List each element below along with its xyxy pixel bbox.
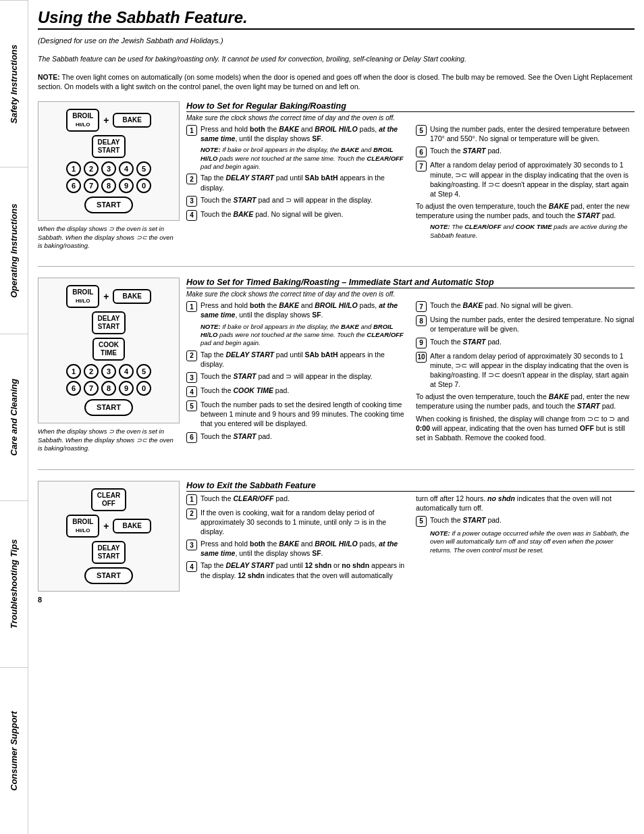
step2-2: 2 Tap the DELAY START pad until SAb bAtH… bbox=[186, 350, 405, 369]
section2-block: BROILHI/LO + BAKE DELAYSTART COOKTIME 1 … bbox=[38, 278, 635, 452]
section2-subtitle: Make sure the clock shows the correct ti… bbox=[186, 290, 635, 298]
section1-content: How to Set for Regular Baking/Roasting M… bbox=[186, 101, 635, 250]
step2-1: 1 Press and hold both the BAKE and BROIL… bbox=[186, 301, 405, 319]
step2-10: 10 After a random delay period of approx… bbox=[416, 351, 635, 390]
delay-start-btn-3: DELAYSTART bbox=[92, 541, 126, 564]
sidebar: Safety Instructions Operating Instructio… bbox=[0, 0, 28, 834]
clear-off-btn: CLEAROFF bbox=[91, 488, 126, 511]
oven-diagram-2: BROILHI/LO + BAKE DELAYSTART COOKTIME 1 … bbox=[38, 278, 180, 423]
sidebar-item-troubleshooting: Troubleshooting Tips bbox=[0, 500, 28, 667]
sidebar-item-consumer: Consumer Support bbox=[0, 667, 28, 834]
bake-btn-1: BAKE bbox=[113, 113, 151, 128]
bake-btn-2: BAKE bbox=[113, 289, 151, 304]
step1-1: 1 Press and hold both the BAKE and BROIL… bbox=[186, 124, 405, 143]
diagram2-caption: When the display shows ⊃ the oven is set… bbox=[38, 427, 180, 452]
page-subtitle: (Designed for use on the Jewish Sabbath … bbox=[38, 36, 635, 45]
section3-title: How to Exit the Sabbath Feature bbox=[186, 481, 635, 492]
step2-5: 5 Touch the number pads to set the desir… bbox=[186, 400, 405, 429]
section1-adjust: To adjust the oven temperature, touch th… bbox=[416, 201, 635, 220]
delay-start-btn-1: DELAYSTART bbox=[92, 135, 126, 158]
oven-diagram-1: BROILHI/LO + BAKE DELAYSTART 1 2 3 4 bbox=[38, 101, 180, 221]
diagram2-col: BROILHI/LO + BAKE DELAYSTART COOKTIME 1 … bbox=[38, 278, 180, 452]
page-number: 8 bbox=[38, 596, 180, 604]
oven-diagram-3: CLEAROFF BROILHI/LO + BAKE DELAYSTART ST… bbox=[38, 481, 180, 592]
section3-block: CLEAROFF BROILHI/LO + BAKE DELAYSTART ST… bbox=[38, 481, 635, 604]
section2-finish: When cooking is finished, the display wi… bbox=[416, 414, 635, 443]
step2-8: 8 Using the number pads, enter the desir… bbox=[416, 315, 635, 334]
section2-adjust: To adjust the oven temperature, touch th… bbox=[416, 392, 635, 411]
step1-6: 6 Touch the START pad. bbox=[416, 146, 635, 157]
step1-7: 7 After a random delay period of approxi… bbox=[416, 160, 635, 199]
step1-5: 5 Using the number pads, enter the desir… bbox=[416, 124, 635, 143]
step3-5: 5 Touch the START pad. bbox=[416, 515, 635, 527]
step2-9: 9 Touch the START pad. bbox=[416, 337, 635, 348]
diagram1-caption: When the display shows ⊃ the oven is set… bbox=[38, 225, 180, 250]
start-btn-3: START bbox=[84, 567, 133, 584]
section3-right-text: turn off after 12 hours. no shdn indicat… bbox=[416, 494, 635, 513]
sidebar-item-safety: Safety Instructions bbox=[0, 0, 28, 167]
delay-start-btn-2: DELAYSTART bbox=[92, 311, 126, 334]
note-text: NOTE: The oven light comes on automatica… bbox=[38, 72, 635, 92]
sidebar-item-operating: Operating Instructions bbox=[0, 167, 28, 334]
start-btn-2: START bbox=[84, 399, 133, 416]
section1-title: How to Set for Regular Baking/Roasting bbox=[186, 101, 635, 112]
page-title: Using the Sabbath Feature. bbox=[38, 8, 635, 30]
step2-6: 6 Touch the START pad. bbox=[186, 432, 405, 443]
section2-title: How to Set for Timed Baking/Roasting – I… bbox=[186, 278, 635, 288]
num-grid-2: 1 2 3 4 5 6 7 8 9 0 bbox=[66, 364, 151, 396]
section1-block: BROILHI/LO + BAKE DELAYSTART 1 2 3 4 bbox=[38, 101, 635, 250]
section1-subtitle: Make sure the clock shows the correct ti… bbox=[186, 114, 635, 122]
step3-4: 4 Tap the DELAY START pad until 12 shdn … bbox=[186, 561, 405, 579]
diagram1-col: BROILHI/LO + BAKE DELAYSTART 1 2 3 4 bbox=[38, 101, 180, 250]
step2-3: 3 Touch the START pad and ⊃ will appear … bbox=[186, 371, 405, 383]
step1-3: 3 Touch the START pad and ⊃ will appear … bbox=[186, 195, 405, 207]
bake-btn-3: BAKE bbox=[113, 519, 151, 533]
broil-hilo-btn-1: BROILHI/LO bbox=[66, 109, 99, 132]
section3-content: How to Exit the Sabbath Feature 1 Touch … bbox=[186, 481, 635, 604]
step3-2: 2 If the oven is cooking, wait for a ran… bbox=[186, 508, 405, 537]
broil-hilo-btn-2: BROILHI/LO bbox=[66, 285, 99, 308]
intro-text: The Sabbath feature can be used for baki… bbox=[38, 54, 635, 64]
step3-1: 1 Touch the CLEAR/OFF pad. bbox=[186, 494, 405, 505]
step1-4: 4 Touch the BAKE pad. No signal will be … bbox=[186, 209, 405, 221]
broil-hilo-btn-3: BROILHI/LO bbox=[66, 515, 99, 538]
main-content: Using the Sabbath Feature. (Designed for… bbox=[28, 0, 644, 834]
sidebar-item-care: Care and Cleaning bbox=[0, 334, 28, 500]
cook-time-btn: COOKTIME bbox=[92, 338, 125, 361]
step2-4: 4 Touch the COOK TIME pad. bbox=[186, 386, 405, 397]
diagram3-col: CLEAROFF BROILHI/LO + BAKE DELAYSTART ST… bbox=[38, 481, 180, 604]
num-grid-1: 1 2 3 4 5 6 7 8 9 0 bbox=[66, 161, 151, 193]
step2-7: 7 Touch the BAKE pad. No signal will be … bbox=[416, 301, 635, 312]
step1-2: 2 Tap the DELAY START pad until SAb bAtH… bbox=[186, 173, 405, 192]
start-btn-1: START bbox=[84, 197, 133, 213]
section2-content: How to Set for Timed Baking/Roasting – I… bbox=[186, 278, 635, 452]
step3-3: 3 Press and hold both the BAKE and BROIL… bbox=[186, 539, 405, 558]
